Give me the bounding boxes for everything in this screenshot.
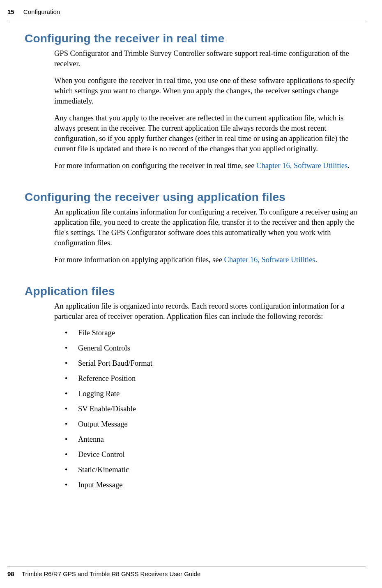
paragraph: Any changes that you apply to the receiv…: [54, 113, 366, 154]
section-body-appfiles: An application file is organized into re…: [54, 301, 366, 491]
paragraph: An application file contains information…: [54, 207, 366, 248]
page-header: 15 Configuration: [7, 8, 366, 20]
list-item: Reference Position: [65, 374, 366, 384]
text-run: For more information on applying applica…: [54, 256, 224, 264]
section-body-realtime: GPS Configurator and Trimble Survey Cont…: [54, 48, 366, 171]
page: 15 Configuration Configuring the receive…: [0, 0, 382, 588]
list-item: General Controls: [65, 343, 366, 353]
chapter-number: 15: [7, 8, 14, 15]
xref-link-software-utilities[interactable]: Chapter 16, Software Utilities: [224, 256, 315, 264]
list-item: Serial Port Baud/Format: [65, 358, 366, 369]
list-item: Device Control: [65, 450, 366, 460]
list-item: Antenna: [65, 434, 366, 445]
list-item: Input Message: [65, 480, 366, 490]
list-item: Logging Rate: [65, 389, 366, 399]
text-run: .: [347, 161, 350, 170]
xref-link-software-utilities[interactable]: Chapter 16, Software Utilities: [256, 161, 347, 170]
list-item: Static/Kinematic: [65, 465, 366, 475]
doc-title: Trimble R6/R7 GPS and Trimble R8 GNSS Re…: [22, 570, 200, 577]
paragraph: When you configure the receiver in real …: [54, 76, 366, 106]
section-heading-realtime: Configuring the receiver in real time: [25, 32, 366, 45]
section-heading-appfiles: Application files: [25, 285, 366, 298]
text-run: For more information on configuring the …: [54, 161, 256, 170]
list-item: SV Enable/Disable: [65, 404, 366, 414]
page-footer: 98 Trimble R6/R7 GPS and Trimble R8 GNSS…: [7, 567, 366, 577]
paragraph: For more information on applying applica…: [54, 255, 366, 265]
section-body-appfiles-config: An application file contains information…: [54, 207, 366, 265]
records-list: File Storage General Controls Serial Por…: [65, 328, 366, 490]
chapter-title: Configuration: [23, 8, 60, 15]
list-item: File Storage: [65, 328, 366, 338]
paragraph: For more information on configuring the …: [54, 161, 366, 171]
paragraph: An application file is organized into re…: [54, 301, 366, 322]
paragraph: GPS Configurator and Trimble Survey Cont…: [54, 48, 366, 69]
content-area: Configuring the receiver in real time GP…: [25, 32, 366, 495]
section-heading-appfiles-config: Configuring the receiver using applicati…: [25, 191, 366, 204]
list-item: Output Message: [65, 419, 366, 429]
page-number: 98: [7, 570, 14, 577]
text-run: .: [315, 256, 318, 264]
